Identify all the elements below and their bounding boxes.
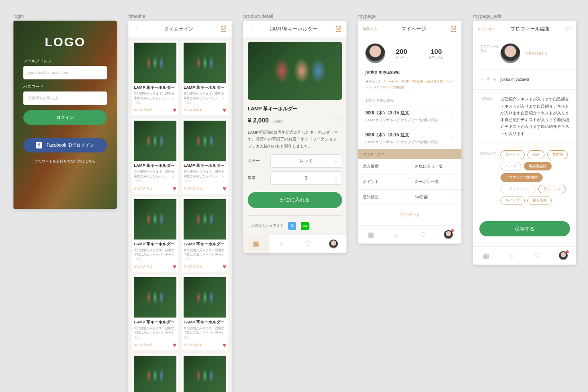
add-to-cart-link[interactable]: かごに入れる (134, 186, 153, 191)
save-button[interactable]: 保存する (479, 221, 570, 236)
card-desc: 商品説明が入ります。説明文字数はみ出したらバリデーション。 (184, 326, 226, 339)
done-button[interactable]: 完了 (565, 26, 572, 31)
product-card[interactable]: LAMP 革キーホルダー商品説明が入ります。説明文字数はみ出したらバリデーション… (132, 119, 178, 193)
tag[interactable]: #黒姫童話館 (426, 80, 443, 83)
tag-chip[interactable]: ランニング (538, 185, 566, 194)
bio-input[interactable]: 自己紹介テキストが入ります自己紹介テキストが入ります自己紹介テキストが入ります自… (500, 96, 569, 137)
product-description: LAMP野尻湖の3周年記念に作ったキーホルダーです。長野市の革細工のお店「オンド… (248, 129, 342, 150)
menu-myshop[interactable]: My店舗〉 (410, 190, 462, 205)
tag-chip[interactable]: SUP (527, 150, 544, 159)
menu-purchase-history[interactable]: 購入履歴〉 (358, 159, 410, 174)
cart-icon[interactable] (450, 25, 457, 32)
tag[interactable]: #野尻湖 (412, 80, 423, 83)
tag[interactable]: #ナウマンゾウ博物館 (374, 86, 404, 89)
card-desc: 商品説明が入ります。説明文字数はみ出したらバリデーション。 (184, 248, 226, 261)
heart-icon[interactable]: ♥ (223, 341, 226, 348)
photo-label: プロフィール写真 (480, 44, 500, 63)
tab-bell-icon[interactable]: ♡ (525, 247, 551, 265)
add-to-cart-link[interactable]: かごに入れる (134, 343, 153, 347)
facebook-login-button[interactable]: fFacebook IDでログイン (23, 138, 107, 152)
tag[interactable]: #SUP (401, 80, 409, 83)
favorite-icon[interactable]: ♡ (335, 115, 342, 125)
tab-profile-icon[interactable] (436, 226, 462, 244)
tag-chip[interactable]: 黒姫童話館 (524, 162, 552, 171)
page-title: タイムライン (137, 26, 220, 32)
menu-notifications[interactable]: 通知設定〉 (358, 190, 410, 205)
favorite-stat[interactable]: 100お気に入り (428, 48, 444, 60)
cancel-button[interactable]: キャンセル (478, 26, 496, 31)
tag-chip[interactable]: ルバーブ (500, 196, 525, 205)
menu-favorites[interactable]: お気に入り一覧〉 (410, 159, 462, 174)
qty-select[interactable]: 1 (270, 171, 342, 185)
add-to-cart-link[interactable]: かごに入れる (134, 108, 153, 112)
heart-icon[interactable]: ♥ (223, 263, 226, 270)
tag-chip[interactable]: ナウマンゾウ博物館 (500, 173, 543, 182)
header: キャンセル プロフィール編集 完了 (473, 21, 576, 37)
add-to-cart-link[interactable]: かごに入れる (134, 264, 153, 269)
product-card[interactable]: LAMP 革キーホルダー商品説明が入ります。説明文字数はみ出したらバリデーション… (132, 275, 178, 350)
heart-icon[interactable]: ♥ (173, 263, 176, 270)
page-title: LAMP革キーホルダー (252, 26, 335, 32)
back-icon[interactable]: 〈 (248, 26, 252, 32)
add-to-cart-link[interactable]: かごに入れる (184, 186, 202, 191)
add-to-cart-link[interactable]: かごに入れる (184, 264, 202, 269)
tag-chip[interactable]: コーヒー (500, 150, 525, 159)
product-thumb (134, 199, 176, 240)
follow-stat[interactable]: 200フォロー (395, 48, 408, 60)
card-desc: 商品説明が入ります。説明文字数はみ出したらバリデーション。 (134, 248, 176, 261)
avatar (500, 44, 520, 63)
tag-chip[interactable]: トライアスロン (500, 185, 535, 194)
tab-home-icon[interactable]: ▦ (473, 247, 499, 265)
menu-points[interactable]: ポイント〉 (358, 174, 410, 189)
cart-icon[interactable] (220, 25, 227, 32)
add-to-cart-button[interactable]: かごに入れる (248, 192, 342, 208)
product-card[interactable]: LAMP 革キーホルダー商品説明が入ります。説明文字数はみ出したらバリデーション… (182, 119, 228, 193)
tag[interactable]: #コーヒー (384, 80, 398, 83)
heart-icon[interactable]: ♥ (173, 106, 176, 113)
tag-chip[interactable]: スノボ (500, 162, 521, 171)
email-input[interactable]: yamada@sample.com (23, 66, 107, 79)
product-card[interactable]: LAMP 革キーホルダー商品説明が入ります。説明文字数はみ出したらバリデーション… (182, 354, 228, 392)
product-card[interactable]: LAMP 革キーホルダー商品説明が入ります。説明文字数はみ出したらバリデーション… (182, 41, 228, 115)
heart-icon[interactable]: ♥ (173, 341, 176, 348)
order-row[interactable]: 9/26（木）13:15 注文LAMPオリジナルマグカップその他2点の商品〉 (358, 105, 461, 127)
edit-button[interactable]: 編集する (363, 26, 377, 31)
tab-home-icon[interactable]: ▦ (243, 235, 269, 253)
name-input[interactable]: junko miyazawa (500, 76, 569, 83)
tag-chip[interactable]: 野尻湖 (547, 150, 568, 159)
product-card[interactable]: LAMP 革キーホルダー商品説明が入ります。説明文字数はみ出したらバリデーション… (132, 354, 178, 392)
order-row[interactable]: 9/26（木）13:15 注文LAMPオリジナルマグカップその他2点の商品〉 (358, 127, 461, 149)
cart-icon[interactable] (335, 25, 342, 32)
heart-icon[interactable]: ♥ (223, 185, 226, 192)
tab-home-icon[interactable]: ▦ (358, 226, 384, 244)
password-input[interactable]: 英数字8文字以上 (23, 91, 107, 105)
color-select[interactable]: レッド (270, 154, 342, 168)
tab-bell-icon[interactable]: ♡ (295, 235, 321, 253)
heart-icon[interactable]: ♥ (173, 185, 176, 192)
signup-link[interactable]: アカウントをお持ちでない方はこちら (23, 159, 107, 164)
login-button[interactable]: ログイン (23, 110, 107, 125)
tab-search-icon[interactable]: ⌕ (384, 226, 410, 244)
tab-search-icon[interactable]: ⌕ (499, 247, 525, 265)
add-to-cart-link[interactable]: かごに入れる (184, 343, 202, 347)
twitter-icon[interactable]: 𝕏 (288, 222, 296, 230)
product-card[interactable]: LAMP 革キーホルダー商品説明が入ります。説明文字数はみ出したらバリデーション… (132, 41, 178, 115)
screen-label: mypage_edit (473, 13, 576, 19)
menu-coupons[interactable]: クーポン一覧〉 (410, 174, 462, 189)
tab-profile-icon[interactable] (321, 235, 347, 253)
tab-search-icon[interactable]: ⌕ (269, 235, 295, 253)
add-to-cart-link[interactable]: かごに入れる (184, 108, 202, 112)
tab-profile-icon[interactable] (551, 247, 577, 265)
tabbar: ▦ ⌕ ♡ (243, 235, 347, 253)
heart-icon[interactable]: ♥ (223, 106, 226, 113)
line-icon[interactable]: LINE (301, 222, 309, 230)
header: 〈 LAMP革キーホルダー (243, 21, 347, 37)
product-card[interactable]: LAMP 革キーホルダー商品説明が入ります。説明文字数はみ出したらバリデーション… (182, 275, 228, 350)
tag-chip[interactable]: 霜下蕎麦 (527, 196, 552, 205)
back-icon[interactable]: 〈 (133, 26, 137, 32)
product-card[interactable]: LAMP 革キーホルダー商品説明が入ります。説明文字数はみ出したらバリデーション… (182, 197, 228, 272)
product-card[interactable]: LAMP 革キーホルダー商品説明が入ります。説明文字数はみ出したらバリデーション… (132, 197, 178, 272)
change-photo-button[interactable]: 写真を変更する (526, 51, 548, 56)
tab-bell-icon[interactable]: ♡ (410, 226, 436, 244)
logout-button[interactable]: ログアウト (358, 205, 461, 225)
